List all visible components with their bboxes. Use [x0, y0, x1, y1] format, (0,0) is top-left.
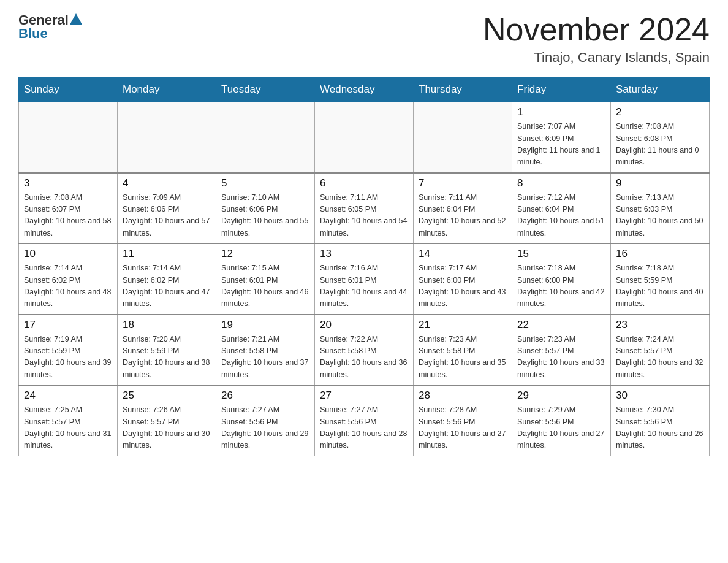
day-number: 24: [24, 389, 112, 402]
day-info: Sunrise: 7:13 AMSunset: 6:03 PMDaylight:…: [616, 193, 703, 237]
day-number: 1: [517, 106, 605, 118]
day-number: 12: [221, 248, 309, 260]
day-number: 21: [419, 319, 507, 331]
calendar-col-header: Saturday: [611, 77, 710, 102]
day-info: Sunrise: 7:07 AMSunset: 6:09 PMDaylight:…: [517, 122, 601, 166]
calendar-day-cell: 26Sunrise: 7:27 AMSunset: 5:56 PMDayligh…: [216, 385, 315, 456]
logo-area: General Blue: [18, 12, 83, 42]
day-info: Sunrise: 7:27 AMSunset: 5:56 PMDaylight:…: [320, 405, 407, 450]
calendar-day-cell: 17Sunrise: 7:19 AMSunset: 5:59 PMDayligh…: [19, 315, 118, 386]
day-info: Sunrise: 7:25 AMSunset: 5:57 PMDaylight:…: [24, 405, 111, 450]
day-info: Sunrise: 7:08 AMSunset: 6:08 PMDaylight:…: [616, 122, 699, 166]
day-number: 22: [517, 319, 605, 331]
day-info: Sunrise: 7:09 AMSunset: 6:06 PMDaylight:…: [123, 193, 210, 237]
calendar-day-cell: [118, 102, 216, 173]
calendar-table: SundayMondayTuesdayWednesdayThursdayFrid…: [18, 77, 710, 456]
day-info: Sunrise: 7:08 AMSunset: 6:07 PMDaylight:…: [24, 193, 111, 237]
day-number: 17: [24, 319, 112, 331]
day-info: Sunrise: 7:18 AMSunset: 5:59 PMDaylight:…: [616, 264, 703, 308]
day-number: 6: [320, 177, 408, 190]
location-subtitle: Tinajo, Canary Islands, Spain: [483, 50, 710, 66]
day-info: Sunrise: 7:14 AMSunset: 6:02 PMDaylight:…: [24, 264, 111, 308]
calendar-day-cell: 29Sunrise: 7:29 AMSunset: 5:56 PMDayligh…: [512, 385, 611, 456]
calendar-col-header: Sunday: [19, 77, 118, 102]
calendar-day-cell: 20Sunrise: 7:22 AMSunset: 5:58 PMDayligh…: [315, 315, 414, 386]
calendar-day-cell: 24Sunrise: 7:25 AMSunset: 5:57 PMDayligh…: [19, 385, 118, 456]
calendar-day-cell: 13Sunrise: 7:16 AMSunset: 6:01 PMDayligh…: [315, 243, 414, 315]
calendar-day-cell: 30Sunrise: 7:30 AMSunset: 5:56 PMDayligh…: [611, 385, 710, 456]
day-info: Sunrise: 7:15 AMSunset: 6:01 PMDaylight:…: [221, 264, 308, 308]
day-number: 23: [616, 319, 704, 331]
calendar-day-cell: 23Sunrise: 7:24 AMSunset: 5:57 PMDayligh…: [611, 315, 710, 386]
calendar-day-cell: [19, 102, 118, 173]
day-number: 25: [123, 389, 211, 402]
day-number: 15: [517, 248, 605, 260]
calendar-day-cell: 14Sunrise: 7:17 AMSunset: 6:00 PMDayligh…: [414, 243, 512, 315]
day-number: 10: [24, 248, 112, 260]
day-info: Sunrise: 7:12 AMSunset: 6:04 PMDaylight:…: [517, 193, 604, 237]
calendar-col-header: Tuesday: [216, 77, 315, 102]
day-number: 29: [517, 389, 605, 402]
calendar-day-cell: 18Sunrise: 7:20 AMSunset: 5:59 PMDayligh…: [118, 315, 216, 386]
title-area: November 2024 Tinajo, Canary Islands, Sp…: [483, 12, 710, 66]
calendar-day-cell: 11Sunrise: 7:14 AMSunset: 6:02 PMDayligh…: [118, 243, 216, 315]
calendar-day-cell: 15Sunrise: 7:18 AMSunset: 6:00 PMDayligh…: [512, 243, 611, 315]
day-number: 2: [616, 106, 704, 118]
calendar-day-cell: 8Sunrise: 7:12 AMSunset: 6:04 PMDaylight…: [512, 173, 611, 244]
day-info: Sunrise: 7:19 AMSunset: 5:59 PMDaylight:…: [24, 335, 111, 379]
calendar-col-header: Thursday: [414, 77, 512, 102]
day-number: 19: [221, 319, 309, 331]
calendar-day-cell: 1Sunrise: 7:07 AMSunset: 6:09 PMDaylight…: [512, 102, 611, 173]
day-number: 16: [616, 248, 704, 260]
calendar-day-cell: 9Sunrise: 7:13 AMSunset: 6:03 PMDaylight…: [611, 173, 710, 244]
calendar-day-cell: 19Sunrise: 7:21 AMSunset: 5:58 PMDayligh…: [216, 315, 315, 386]
calendar-day-cell: [216, 102, 315, 173]
calendar-day-cell: 25Sunrise: 7:26 AMSunset: 5:57 PMDayligh…: [118, 385, 216, 456]
calendar-day-cell: 6Sunrise: 7:11 AMSunset: 6:05 PMDaylight…: [315, 173, 414, 244]
calendar-day-cell: 16Sunrise: 7:18 AMSunset: 5:59 PMDayligh…: [611, 243, 710, 315]
calendar-day-cell: 21Sunrise: 7:23 AMSunset: 5:58 PMDayligh…: [414, 315, 512, 386]
day-info: Sunrise: 7:30 AMSunset: 5:56 PMDaylight:…: [616, 405, 703, 450]
day-number: 30: [616, 389, 704, 402]
day-number: 11: [123, 248, 211, 260]
day-number: 28: [419, 389, 507, 402]
calendar-day-cell: 28Sunrise: 7:28 AMSunset: 5:56 PMDayligh…: [414, 385, 512, 456]
day-number: 5: [221, 177, 309, 190]
calendar-week-row: 24Sunrise: 7:25 AMSunset: 5:57 PMDayligh…: [19, 385, 710, 456]
day-info: Sunrise: 7:16 AMSunset: 6:01 PMDaylight:…: [320, 264, 407, 308]
calendar-week-row: 3Sunrise: 7:08 AMSunset: 6:07 PMDaylight…: [19, 173, 710, 244]
day-info: Sunrise: 7:28 AMSunset: 5:56 PMDaylight:…: [419, 405, 506, 450]
calendar-week-row: 17Sunrise: 7:19 AMSunset: 5:59 PMDayligh…: [19, 315, 710, 386]
day-info: Sunrise: 7:18 AMSunset: 6:00 PMDaylight:…: [517, 264, 604, 308]
day-number: 18: [123, 319, 211, 331]
day-info: Sunrise: 7:27 AMSunset: 5:56 PMDaylight:…: [221, 405, 308, 450]
day-info: Sunrise: 7:11 AMSunset: 6:05 PMDaylight:…: [320, 193, 407, 237]
day-info: Sunrise: 7:10 AMSunset: 6:06 PMDaylight:…: [221, 193, 308, 237]
day-info: Sunrise: 7:20 AMSunset: 5:59 PMDaylight:…: [123, 335, 210, 379]
day-info: Sunrise: 7:21 AMSunset: 5:58 PMDaylight:…: [221, 335, 308, 379]
calendar-week-row: 1Sunrise: 7:07 AMSunset: 6:09 PMDaylight…: [19, 102, 710, 173]
day-number: 4: [123, 177, 211, 190]
logo-blue-text: Blue: [18, 26, 48, 42]
day-number: 7: [419, 177, 507, 190]
calendar-day-cell: 22Sunrise: 7:23 AMSunset: 5:57 PMDayligh…: [512, 315, 611, 386]
day-info: Sunrise: 7:11 AMSunset: 6:04 PMDaylight:…: [419, 193, 506, 237]
day-number: 8: [517, 177, 605, 190]
day-number: 9: [616, 177, 704, 190]
day-info: Sunrise: 7:17 AMSunset: 6:00 PMDaylight:…: [419, 264, 506, 308]
calendar-day-cell: 4Sunrise: 7:09 AMSunset: 6:06 PMDaylight…: [118, 173, 216, 244]
logo-triangle-icon: [70, 13, 82, 25]
day-info: Sunrise: 7:23 AMSunset: 5:57 PMDaylight:…: [517, 335, 604, 379]
calendar-day-cell: 7Sunrise: 7:11 AMSunset: 6:04 PMDaylight…: [414, 173, 512, 244]
day-info: Sunrise: 7:23 AMSunset: 5:58 PMDaylight:…: [419, 335, 506, 379]
day-number: 3: [24, 177, 112, 190]
day-info: Sunrise: 7:26 AMSunset: 5:57 PMDaylight:…: [123, 405, 210, 450]
calendar-week-row: 10Sunrise: 7:14 AMSunset: 6:02 PMDayligh…: [19, 243, 710, 315]
calendar-day-cell: 3Sunrise: 7:08 AMSunset: 6:07 PMDaylight…: [19, 173, 118, 244]
calendar-day-cell: 10Sunrise: 7:14 AMSunset: 6:02 PMDayligh…: [19, 243, 118, 315]
page-header: General Blue November 2024 Tinajo, Canar…: [18, 12, 710, 66]
calendar-day-cell: 12Sunrise: 7:15 AMSunset: 6:01 PMDayligh…: [216, 243, 315, 315]
day-info: Sunrise: 7:24 AMSunset: 5:57 PMDaylight:…: [616, 335, 703, 379]
month-year-title: November 2024: [483, 12, 710, 47]
calendar-day-cell: 2Sunrise: 7:08 AMSunset: 6:08 PMDaylight…: [611, 102, 710, 173]
